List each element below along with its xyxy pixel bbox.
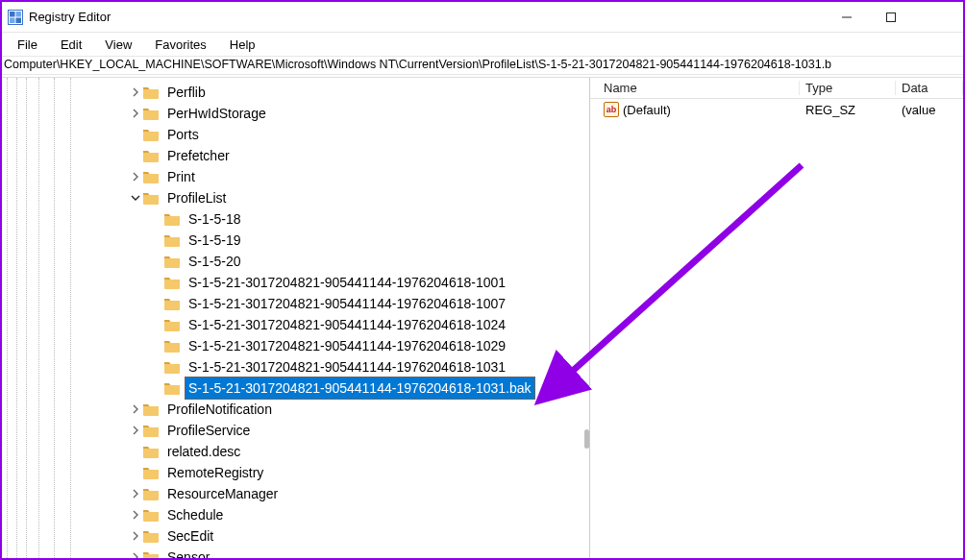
tree-item-label[interactable]: Schedule <box>163 503 227 526</box>
folder-icon <box>142 106 160 121</box>
tree-item-label[interactable]: ResourceManager <box>163 482 282 505</box>
app-icon <box>8 10 23 25</box>
chevron-right-icon[interactable] <box>129 510 142 520</box>
tree-item-label[interactable]: S-1-5-21-3017204821-905441144-1976204618… <box>185 334 509 357</box>
tree-item-label[interactable]: S-1-5-19 <box>185 229 244 252</box>
column-name[interactable]: Name <box>598 81 800 95</box>
chevron-right-icon[interactable] <box>129 531 142 541</box>
tree-item[interactable]: PerHwIdStorage <box>6 103 589 124</box>
minimize-button[interactable] <box>825 2 869 33</box>
tree-item[interactable]: S-1-5-21-3017204821-905441144-1976204618… <box>6 272 589 293</box>
menu-item-file[interactable]: File <box>6 36 49 54</box>
tree-item[interactable]: S-1-5-19 <box>6 230 589 251</box>
menu-item-view[interactable]: View <box>93 36 143 54</box>
tree-item[interactable]: Prefetcher <box>6 145 589 166</box>
tree-scrollbar[interactable] <box>584 429 589 449</box>
chevron-right-icon[interactable] <box>129 404 142 414</box>
tree-item-label[interactable]: S-1-5-18 <box>185 207 244 231</box>
tree-item-label[interactable]: S-1-5-20 <box>185 250 244 273</box>
tree-item-label[interactable]: S-1-5-21-3017204821-905441144-1976204618… <box>185 292 509 315</box>
folder-icon <box>163 275 181 290</box>
tree-item-label[interactable]: PerHwIdStorage <box>163 102 270 125</box>
tree-item[interactable]: S-1-5-21-3017204821-905441144-1976204618… <box>6 356 589 377</box>
tree-item[interactable]: ResourceManager <box>6 483 589 504</box>
window-buttons <box>825 2 957 33</box>
tree-item-label[interactable]: Print <box>163 165 199 188</box>
menu-item-help[interactable]: Help <box>218 36 267 54</box>
tree-item[interactable]: S-1-5-21-3017204821-905441144-1976204618… <box>6 314 589 335</box>
tree-item[interactable]: S-1-5-21-3017204821-905441144-1976204618… <box>6 377 589 399</box>
column-type[interactable]: Type <box>800 81 896 95</box>
tree-item[interactable]: S-1-5-21-3017204821-905441144-1976204618… <box>6 293 589 314</box>
value-pane[interactable]: Name Type Data ab(Default)REG_SZ(value <box>590 78 963 558</box>
tree-item[interactable]: ProfileList <box>6 187 589 208</box>
menu-item-edit[interactable]: Edit <box>49 36 93 54</box>
folder-icon <box>163 296 181 311</box>
folder-icon <box>142 444 160 459</box>
chevron-down-icon[interactable] <box>129 193 142 203</box>
menubar: FileEditViewFavoritesHelp <box>2 33 963 56</box>
tree-item-label[interactable]: ProfileNotification <box>163 398 276 421</box>
svg-rect-1 <box>10 12 15 17</box>
tree-item[interactable]: ProfileService <box>6 420 589 441</box>
chevron-right-icon[interactable] <box>129 489 142 499</box>
folder-icon <box>142 549 160 558</box>
tree-item[interactable]: ProfileNotification <box>6 399 589 420</box>
folder-icon <box>163 359 181 375</box>
folder-icon <box>163 338 181 353</box>
maximize-button[interactable] <box>869 2 913 33</box>
tree-item-label[interactable]: SecEdit <box>163 524 217 548</box>
tree-item[interactable]: related.desc <box>6 441 589 462</box>
tree-item-label[interactable]: Sensor <box>163 546 213 558</box>
chevron-right-icon[interactable] <box>129 172 142 182</box>
folder-icon <box>142 528 160 544</box>
svg-rect-3 <box>10 17 15 23</box>
value-name: (Default) <box>623 103 671 117</box>
folder-icon <box>142 169 160 184</box>
chevron-right-icon[interactable] <box>129 109 142 118</box>
tree-item-label-editing[interactable]: S-1-5-21-3017204821-905441144-1976204618… <box>185 377 535 400</box>
folder-icon <box>142 127 160 142</box>
folder-icon <box>142 148 160 163</box>
tree-item-label[interactable]: Ports <box>163 123 203 146</box>
value-type: REG_SZ <box>800 103 896 117</box>
tree-item-label[interactable]: Perflib <box>163 81 210 104</box>
folder-icon <box>142 507 160 523</box>
tree-item[interactable]: Perflib <box>6 82 589 103</box>
chevron-right-icon[interactable] <box>129 87 142 97</box>
tree-item-label[interactable]: RemoteRegistry <box>163 461 267 484</box>
folder-icon <box>142 402 160 417</box>
tree-item-label[interactable]: ProfileList <box>163 186 230 209</box>
svg-rect-6 <box>887 12 896 21</box>
registry-tree[interactable]: PerflibPerHwIdStoragePortsPrefetcherPrin… <box>2 78 589 558</box>
folder-icon <box>163 254 181 269</box>
tree-item-label[interactable]: S-1-5-21-3017204821-905441144-1976204618… <box>185 313 509 336</box>
tree-item-label[interactable]: ProfileService <box>163 419 254 442</box>
tree-pane[interactable]: PerflibPerHwIdStoragePortsPrefetcherPrin… <box>2 78 590 558</box>
tree-item[interactable]: Schedule <box>6 504 589 525</box>
tree-item[interactable]: SecEdit <box>6 525 589 547</box>
tree-item[interactable]: S-1-5-18 <box>6 208 589 230</box>
folder-icon <box>142 465 160 480</box>
tree-item[interactable]: Ports <box>6 124 589 145</box>
tree-item-label[interactable]: S-1-5-21-3017204821-905441144-1976204618… <box>185 271 509 294</box>
tree-item[interactable]: S-1-5-20 <box>6 251 589 272</box>
tree-item-label[interactable]: S-1-5-21-3017204821-905441144-1976204618… <box>185 355 509 378</box>
chevron-right-icon[interactable] <box>129 552 142 558</box>
chevron-right-icon[interactable] <box>129 426 142 435</box>
menu-item-favorites[interactable]: Favorites <box>143 36 217 54</box>
svg-rect-2 <box>16 12 22 17</box>
tree-item-label[interactable]: related.desc <box>163 440 244 463</box>
column-data[interactable]: Data <box>896 81 963 95</box>
titlebar: Registry Editor <box>2 2 963 33</box>
address-bar[interactable]: Computer\HKEY_LOCAL_MACHINE\SOFTWARE\Mic… <box>2 56 963 75</box>
listview-body[interactable]: ab(Default)REG_SZ(value <box>590 99 963 558</box>
folder-icon <box>163 211 181 227</box>
tree-item[interactable]: RemoteRegistry <box>6 462 589 483</box>
listview-row[interactable]: ab(Default)REG_SZ(value <box>598 99 963 120</box>
tree-item[interactable]: S-1-5-21-3017204821-905441144-1976204618… <box>6 335 589 356</box>
tree-item-label[interactable]: Prefetcher <box>163 144 234 167</box>
tree-item[interactable]: Print <box>6 166 589 187</box>
content-split: PerflibPerHwIdStoragePortsPrefetcherPrin… <box>2 77 963 558</box>
tree-item[interactable]: Sensor <box>6 547 589 558</box>
